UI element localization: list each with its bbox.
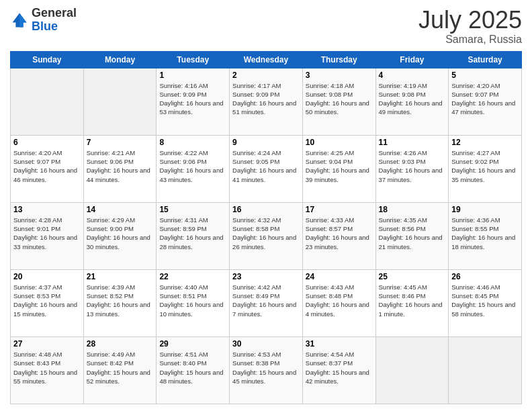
logo-icon	[10, 11, 29, 30]
day-number: 12	[451, 138, 519, 147]
day-info: Sunrise: 4:39 AM Sunset: 8:52 PM Dayligh…	[87, 283, 154, 318]
calendar-cell	[449, 336, 522, 404]
week-row-1: 1Sunrise: 4:16 AM Sunset: 9:09 PM Daylig…	[11, 68, 522, 135]
day-number: 14	[87, 205, 154, 214]
day-header-tuesday: Tuesday	[157, 51, 230, 68]
day-info: Sunrise: 4:35 AM Sunset: 8:56 PM Dayligh…	[379, 216, 446, 251]
day-header-thursday: Thursday	[302, 51, 375, 68]
day-info: Sunrise: 4:43 AM Sunset: 8:48 PM Dayligh…	[306, 283, 373, 318]
svg-marker-1	[19, 13, 27, 27]
day-number: 17	[306, 205, 373, 214]
day-info: Sunrise: 4:32 AM Sunset: 8:58 PM Dayligh…	[232, 216, 300, 251]
day-info: Sunrise: 4:31 AM Sunset: 8:59 PM Dayligh…	[159, 216, 226, 251]
month-year: July 2025	[418, 7, 522, 34]
calendar-cell: 22Sunrise: 4:40 AM Sunset: 8:51 PM Dayli…	[157, 269, 230, 336]
day-info: Sunrise: 4:20 AM Sunset: 9:07 PM Dayligh…	[13, 148, 81, 184]
day-info: Sunrise: 4:17 AM Sunset: 9:09 PM Dayligh…	[232, 81, 300, 117]
day-number: 1	[159, 71, 226, 80]
calendar-cell	[375, 336, 449, 404]
calendar-cell: 6Sunrise: 4:20 AM Sunset: 9:07 PM Daylig…	[11, 135, 84, 202]
day-header-monday: Monday	[83, 51, 157, 68]
calendar-cell	[11, 68, 84, 135]
day-info: Sunrise: 4:48 AM Sunset: 8:43 PM Dayligh…	[13, 350, 81, 385]
day-info: Sunrise: 4:37 AM Sunset: 8:53 PM Dayligh…	[13, 283, 81, 318]
day-number: 6	[13, 138, 81, 147]
calendar-cell: 9Sunrise: 4:24 AM Sunset: 9:05 PM Daylig…	[230, 135, 303, 202]
day-header-wednesday: Wednesday	[230, 51, 303, 68]
calendar-cell: 30Sunrise: 4:53 AM Sunset: 8:38 PM Dayli…	[230, 336, 303, 404]
day-number: 4	[379, 71, 446, 80]
day-info: Sunrise: 4:29 AM Sunset: 9:00 PM Dayligh…	[87, 216, 154, 251]
day-info: Sunrise: 4:22 AM Sunset: 9:06 PM Dayligh…	[159, 148, 226, 184]
calendar-cell: 17Sunrise: 4:33 AM Sunset: 8:57 PM Dayli…	[302, 202, 375, 269]
day-info: Sunrise: 4:21 AM Sunset: 9:06 PM Dayligh…	[87, 148, 154, 184]
calendar-cell: 19Sunrise: 4:36 AM Sunset: 8:55 PM Dayli…	[449, 202, 522, 269]
calendar-cell: 26Sunrise: 4:46 AM Sunset: 8:45 PM Dayli…	[449, 269, 522, 336]
logo: General Blue	[10, 7, 77, 34]
calendar-cell: 7Sunrise: 4:21 AM Sunset: 9:06 PM Daylig…	[83, 135, 157, 202]
day-number: 13	[13, 205, 81, 214]
day-number: 15	[159, 205, 226, 214]
day-info: Sunrise: 4:19 AM Sunset: 9:08 PM Dayligh…	[379, 81, 446, 117]
calendar-cell: 24Sunrise: 4:43 AM Sunset: 8:48 PM Dayli…	[302, 269, 375, 336]
calendar-cell	[83, 68, 157, 135]
day-number: 18	[379, 205, 446, 214]
logo-text: General Blue	[32, 7, 77, 34]
calendar-cell: 12Sunrise: 4:27 AM Sunset: 9:02 PM Dayli…	[449, 135, 522, 202]
day-info: Sunrise: 4:28 AM Sunset: 9:01 PM Dayligh…	[13, 216, 81, 251]
day-info: Sunrise: 4:26 AM Sunset: 9:03 PM Dayligh…	[379, 148, 446, 184]
day-number: 25	[379, 272, 446, 281]
day-number: 29	[159, 339, 226, 349]
day-number: 2	[232, 71, 300, 80]
calendar-table: SundayMondayTuesdayWednesdayThursdayFrid…	[10, 51, 522, 404]
calendar-cell: 14Sunrise: 4:29 AM Sunset: 9:00 PM Dayli…	[83, 202, 157, 269]
calendar-cell: 8Sunrise: 4:22 AM Sunset: 9:06 PM Daylig…	[157, 135, 230, 202]
day-info: Sunrise: 4:27 AM Sunset: 9:02 PM Dayligh…	[451, 148, 519, 184]
day-number: 22	[159, 272, 226, 281]
day-number: 16	[232, 205, 300, 214]
week-row-4: 20Sunrise: 4:37 AM Sunset: 8:53 PM Dayli…	[11, 269, 522, 336]
day-info: Sunrise: 4:53 AM Sunset: 8:38 PM Dayligh…	[232, 350, 300, 385]
day-info: Sunrise: 4:18 AM Sunset: 9:08 PM Dayligh…	[306, 81, 373, 117]
calendar-cell: 4Sunrise: 4:19 AM Sunset: 9:08 PM Daylig…	[375, 68, 449, 135]
day-number: 8	[159, 138, 226, 147]
calendar-cell: 10Sunrise: 4:25 AM Sunset: 9:04 PM Dayli…	[302, 135, 375, 202]
day-number: 30	[232, 339, 300, 349]
location: Samara, Russia	[418, 34, 522, 46]
day-info: Sunrise: 4:33 AM Sunset: 8:57 PM Dayligh…	[306, 216, 373, 251]
day-info: Sunrise: 4:54 AM Sunset: 8:37 PM Dayligh…	[306, 350, 373, 385]
day-number: 3	[306, 71, 373, 80]
day-number: 9	[232, 138, 300, 147]
calendar-cell: 13Sunrise: 4:28 AM Sunset: 9:01 PM Dayli…	[11, 202, 84, 269]
calendar-cell: 16Sunrise: 4:32 AM Sunset: 8:58 PM Dayli…	[230, 202, 303, 269]
day-header-sunday: Sunday	[11, 51, 84, 68]
calendar-cell: 31Sunrise: 4:54 AM Sunset: 8:37 PM Dayli…	[302, 336, 375, 404]
calendar-cell: 27Sunrise: 4:48 AM Sunset: 8:43 PM Dayli…	[11, 336, 84, 404]
day-info: Sunrise: 4:46 AM Sunset: 8:45 PM Dayligh…	[451, 283, 519, 318]
week-row-2: 6Sunrise: 4:20 AM Sunset: 9:07 PM Daylig…	[11, 135, 522, 202]
calendar-cell: 2Sunrise: 4:17 AM Sunset: 9:09 PM Daylig…	[230, 68, 303, 135]
day-number: 5	[451, 71, 519, 80]
calendar-cell: 18Sunrise: 4:35 AM Sunset: 8:56 PM Dayli…	[375, 202, 449, 269]
day-number: 10	[306, 138, 373, 147]
day-info: Sunrise: 4:36 AM Sunset: 8:55 PM Dayligh…	[451, 216, 519, 251]
day-number: 20	[13, 272, 81, 281]
title-block: July 2025 Samara, Russia	[418, 7, 522, 46]
calendar-cell: 1Sunrise: 4:16 AM Sunset: 9:09 PM Daylig…	[157, 68, 230, 135]
day-header-friday: Friday	[375, 51, 449, 68]
header: General Blue July 2025 Samara, Russia	[10, 7, 522, 46]
day-info: Sunrise: 4:42 AM Sunset: 8:49 PM Dayligh…	[232, 283, 300, 318]
day-info: Sunrise: 4:49 AM Sunset: 8:42 PM Dayligh…	[87, 350, 154, 385]
day-number: 28	[87, 339, 154, 349]
page: General Blue July 2025 Samara, Russia Su…	[0, 0, 532, 411]
day-number: 31	[306, 339, 373, 349]
day-header-saturday: Saturday	[449, 51, 522, 68]
calendar-cell: 25Sunrise: 4:45 AM Sunset: 8:46 PM Dayli…	[375, 269, 449, 336]
calendar-cell: 28Sunrise: 4:49 AM Sunset: 8:42 PM Dayli…	[83, 336, 157, 404]
week-row-3: 13Sunrise: 4:28 AM Sunset: 9:01 PM Dayli…	[11, 202, 522, 269]
calendar-cell: 5Sunrise: 4:20 AM Sunset: 9:07 PM Daylig…	[449, 68, 522, 135]
calendar-cell: 21Sunrise: 4:39 AM Sunset: 8:52 PM Dayli…	[83, 269, 157, 336]
header-row: SundayMondayTuesdayWednesdayThursdayFrid…	[11, 51, 522, 68]
day-info: Sunrise: 4:45 AM Sunset: 8:46 PM Dayligh…	[379, 283, 446, 318]
day-number: 27	[13, 339, 81, 349]
